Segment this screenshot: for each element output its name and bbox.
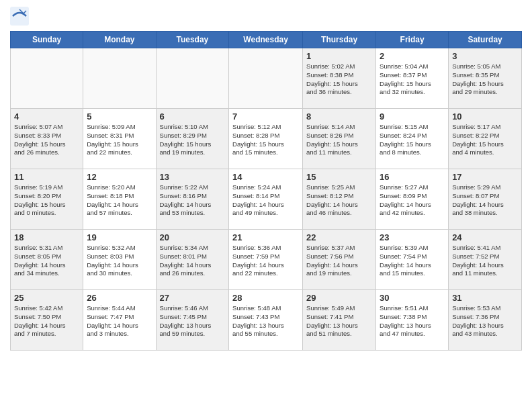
day-header-friday: Friday xyxy=(376,32,449,48)
cal-cell: 6Sunrise: 5:10 AMSunset: 8:29 PMDaylight… xyxy=(156,109,229,169)
cell-info-line: and 30 minutes. xyxy=(87,269,152,278)
cell-info-line: Sunset: 8:35 PM xyxy=(452,71,518,80)
cell-info-line: Sunrise: 5:25 AM xyxy=(306,183,372,192)
cell-info-line: Sunset: 7:45 PM xyxy=(160,313,226,322)
cell-info-line: and 4 minutes. xyxy=(452,148,518,157)
cell-info-line: Daylight: 14 hours xyxy=(232,201,299,210)
cell-info-line: Daylight: 14 hours xyxy=(160,261,226,270)
cell-info-line: Sunrise: 5:29 AM xyxy=(452,183,518,192)
cell-info-line: and 57 minutes. xyxy=(87,209,152,218)
day-number: 27 xyxy=(160,293,226,303)
cal-cell: 15Sunrise: 5:25 AMSunset: 8:12 PMDayligh… xyxy=(303,169,376,230)
cell-info-line: Sunrise: 5:37 AM xyxy=(306,244,372,253)
cell-info-line: Sunrise: 5:02 AM xyxy=(306,62,372,71)
cell-info-line: Daylight: 14 hours xyxy=(14,261,79,270)
cell-info-line: Daylight: 15 hours xyxy=(232,140,299,149)
cell-info-line: and 51 minutes. xyxy=(306,330,372,338)
cell-info-line: Daylight: 15 hours xyxy=(452,80,518,89)
day-number: 26 xyxy=(87,293,152,303)
cell-info-line: Sunrise: 5:05 AM xyxy=(452,62,518,71)
cell-info-line: Sunrise: 5:24 AM xyxy=(232,183,299,192)
cell-info-line: Sunrise: 5:22 AM xyxy=(160,183,226,192)
cell-info-line: Daylight: 14 hours xyxy=(14,322,79,330)
cell-info-line: Daylight: 14 hours xyxy=(87,201,152,210)
cal-cell: 23Sunrise: 5:39 AMSunset: 7:54 PMDayligh… xyxy=(376,230,449,290)
cell-info-line: Daylight: 14 hours xyxy=(452,201,518,210)
cal-cell: 14Sunrise: 5:24 AMSunset: 8:14 PMDayligh… xyxy=(229,169,303,230)
cell-info-line: Sunset: 8:37 PM xyxy=(380,71,445,80)
day-number: 30 xyxy=(380,293,445,303)
cell-info-line: Sunset: 8:12 PM xyxy=(306,192,372,201)
day-number: 31 xyxy=(452,293,518,303)
day-number: 14 xyxy=(232,172,299,182)
cal-cell xyxy=(11,48,83,109)
cell-info-line: Sunrise: 5:10 AM xyxy=(160,123,226,132)
cal-cell: 29Sunrise: 5:49 AMSunset: 7:41 PMDayligh… xyxy=(303,290,376,351)
day-number: 18 xyxy=(14,232,79,242)
cell-info-line: Sunset: 8:05 PM xyxy=(14,253,79,261)
day-number: 15 xyxy=(306,172,372,182)
day-header-thursday: Thursday xyxy=(303,32,376,48)
cal-cell: 24Sunrise: 5:41 AMSunset: 7:52 PMDayligh… xyxy=(449,230,522,290)
cell-info-line: Sunrise: 5:34 AM xyxy=(160,244,226,253)
cell-info-line: Sunrise: 5:36 AM xyxy=(232,244,299,253)
day-number: 9 xyxy=(380,111,445,122)
day-number: 4 xyxy=(14,111,79,122)
cell-info-line: and 59 minutes. xyxy=(160,330,226,338)
day-number: 20 xyxy=(160,232,226,242)
cell-info-line: Sunset: 8:31 PM xyxy=(87,132,152,140)
cell-info-line: Sunset: 8:33 PM xyxy=(14,132,79,140)
cell-info-line: and 7 minutes. xyxy=(14,330,79,338)
cell-info-line: Daylight: 15 hours xyxy=(160,140,226,149)
cal-cell: 20Sunrise: 5:34 AMSunset: 8:01 PMDayligh… xyxy=(156,230,229,290)
cell-info-line: Daylight: 14 hours xyxy=(306,201,372,210)
cell-info-line: Sunrise: 5:14 AM xyxy=(306,123,372,132)
cal-cell: 4Sunrise: 5:07 AMSunset: 8:33 PMDaylight… xyxy=(11,109,83,169)
cell-info-line: Daylight: 14 hours xyxy=(232,261,299,270)
page: SundayMondayTuesdayWednesdayThursdayFrid… xyxy=(0,0,532,357)
cell-info-line: Sunrise: 5:20 AM xyxy=(87,183,152,192)
cell-info-line: Daylight: 14 hours xyxy=(452,261,518,270)
cell-info-line: Sunset: 8:01 PM xyxy=(160,253,226,261)
cell-info-line: Sunrise: 5:04 AM xyxy=(380,62,445,71)
cal-cell: 11Sunrise: 5:19 AMSunset: 8:20 PMDayligh… xyxy=(11,169,83,230)
cell-info-line: Sunrise: 5:44 AM xyxy=(87,304,152,313)
cell-info-line: and 42 minutes. xyxy=(380,209,445,218)
cell-info-line: and 11 minutes. xyxy=(306,148,372,157)
logo-icon xyxy=(10,7,29,26)
cell-info-line: Daylight: 14 hours xyxy=(87,261,152,270)
cal-cell: 25Sunrise: 5:42 AMSunset: 7:50 PMDayligh… xyxy=(11,290,83,351)
cell-info-line: Daylight: 15 hours xyxy=(14,201,79,210)
cell-info-line: Sunset: 8:18 PM xyxy=(87,192,152,201)
day-number: 12 xyxy=(87,172,152,182)
cell-info-line: Daylight: 15 hours xyxy=(87,140,152,149)
cell-info-line: Sunrise: 5:51 AM xyxy=(380,304,445,313)
cal-cell xyxy=(156,48,229,109)
cell-info-line: Sunrise: 5:31 AM xyxy=(14,244,79,253)
cell-info-line: Sunrise: 5:12 AM xyxy=(232,123,299,132)
day-number: 22 xyxy=(306,232,372,242)
day-number: 25 xyxy=(14,293,79,303)
day-number: 17 xyxy=(452,172,518,182)
cell-info-line: Sunset: 8:24 PM xyxy=(380,132,445,140)
day-number: 5 xyxy=(87,111,152,122)
cell-info-line: Daylight: 14 hours xyxy=(160,201,226,210)
cell-info-line: Daylight: 14 hours xyxy=(87,322,152,330)
cal-cell: 9Sunrise: 5:15 AMSunset: 8:24 PMDaylight… xyxy=(376,109,449,169)
cal-cell: 31Sunrise: 5:53 AMSunset: 7:36 PMDayligh… xyxy=(449,290,522,351)
cal-cell: 1Sunrise: 5:02 AMSunset: 8:38 PMDaylight… xyxy=(303,48,376,109)
cell-info-line: Sunset: 8:26 PM xyxy=(306,132,372,140)
day-number: 23 xyxy=(380,232,445,242)
cal-cell: 26Sunrise: 5:44 AMSunset: 7:47 PMDayligh… xyxy=(83,290,156,351)
day-header-tuesday: Tuesday xyxy=(156,32,229,48)
cell-info-line: Daylight: 14 hours xyxy=(306,261,372,270)
cal-cell: 27Sunrise: 5:46 AMSunset: 7:45 PMDayligh… xyxy=(156,290,229,351)
day-header-wednesday: Wednesday xyxy=(229,32,303,48)
cell-info-line: and 38 minutes. xyxy=(452,209,518,218)
cell-info-line: Sunrise: 5:42 AM xyxy=(14,304,79,313)
cell-info-line: Sunset: 7:59 PM xyxy=(232,253,299,261)
cell-info-line: Daylight: 15 hours xyxy=(14,140,79,149)
cell-info-line: Sunset: 8:22 PM xyxy=(452,132,518,140)
cell-info-line: Sunset: 8:29 PM xyxy=(160,132,226,140)
cell-info-line: Sunset: 8:38 PM xyxy=(306,71,372,80)
